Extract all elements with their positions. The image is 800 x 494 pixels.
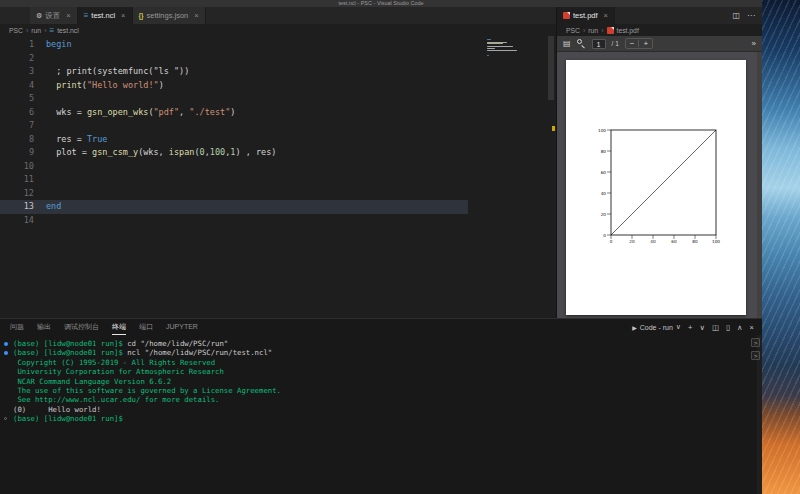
code-text: plot = gsn_csm_y(wks, ispan(0,100,1) , r… xyxy=(46,146,276,160)
command-decoration-icon[interactable] xyxy=(4,351,8,355)
breadcrumb-item[interactable]: PSC xyxy=(9,27,23,34)
toolbar-overflow-button[interactable]: » xyxy=(752,39,756,48)
sidebar-toggle-icon[interactable]: ▤ xyxy=(563,40,571,48)
minimap-line xyxy=(487,50,517,51)
line-number[interactable]: 14 xyxy=(0,214,34,228)
code-editor[interactable]: 1begin23 ; print(systemfunc("ls "))4 pri… xyxy=(0,36,556,318)
command-decoration-icon[interactable] xyxy=(4,342,8,346)
code-line[interactable]: 6 wks = gsn_open_wks("pdf", "./test") xyxy=(0,106,556,120)
code-line[interactable]: 1begin xyxy=(0,38,556,52)
line-number[interactable]: 2 xyxy=(0,52,34,66)
more-actions-icon[interactable]: ⋯ xyxy=(747,11,755,20)
terminal-line: NCAR Command Language Version 6.6.2 xyxy=(13,377,748,386)
split-editor-icon[interactable]: ◫ xyxy=(732,11,740,20)
code-line[interactable]: 4 print("Hello world!") xyxy=(0,79,556,93)
code-line[interactable]: 13end xyxy=(0,200,556,214)
line-number[interactable]: 3 xyxy=(0,65,34,79)
line-number[interactable]: 11 xyxy=(0,173,34,187)
close-icon[interactable]: × xyxy=(604,12,608,19)
desktop-wallpaper xyxy=(762,0,800,494)
json-icon: {} xyxy=(139,12,144,19)
terminal-line: See http://www.ncl.ucar.edu/ for more de… xyxy=(13,395,748,404)
maximize-panel-icon[interactable]: ∧ xyxy=(737,323,743,332)
line-number[interactable]: 8 xyxy=(0,133,34,147)
y-tick-label: 80 xyxy=(601,149,607,154)
run-config-selector[interactable]: ▶ Code - run ∨ xyxy=(632,323,681,331)
tab-test-pdf[interactable]: test.pdf × xyxy=(557,7,615,24)
ncl-file-icon: ≡ xyxy=(84,12,89,19)
tab-test-ncl[interactable]: ≡ test.ncl × xyxy=(78,7,133,24)
panel-tabs: 问题输出调试控制台终端端口JUPYTER xyxy=(0,319,198,335)
pdf-icon xyxy=(607,27,614,34)
breadcrumb-item[interactable]: test.pdf xyxy=(617,27,639,34)
tab-bar-left: ⚙ 设置 × ≡ test.ncl × {} settings.json × xyxy=(0,7,556,24)
chevron-right-icon: › xyxy=(583,27,585,34)
command-decoration-icon[interactable] xyxy=(4,417,7,420)
panel-tab-jupyter[interactable]: JUPYTER xyxy=(166,319,198,335)
x-tick-label: 80 xyxy=(692,239,698,244)
minimap[interactable] xyxy=(487,39,521,58)
panel-tab-problems[interactable]: 问题 xyxy=(10,319,24,335)
code-line[interactable]: 14 xyxy=(0,214,556,228)
tab-label: 设置 xyxy=(45,11,60,21)
terminal-line: University Corporation for Atmospheric R… xyxy=(13,367,748,376)
panel-tab-ports[interactable]: 端口 xyxy=(139,319,153,335)
pdf-viewer[interactable]: 0 20 40 60 80 100 0 20 40 60 80 100 xyxy=(557,52,762,318)
breadcrumb-item[interactable]: test.ncl xyxy=(57,27,79,34)
code-line[interactable]: 2 xyxy=(0,52,556,66)
line-number[interactable]: 5 xyxy=(0,92,34,106)
code-line[interactable]: 11 xyxy=(0,173,556,187)
breadcrumb-item[interactable]: run xyxy=(588,27,598,34)
terminal-line: (0) Hello world! xyxy=(13,405,748,414)
panel-tab-output[interactable]: 输出 xyxy=(37,319,51,335)
screen: test.ncl - PSC - Visual Studio Code ⚙ 设置… xyxy=(0,0,800,494)
line-number[interactable]: 1 xyxy=(0,38,34,52)
zoom-in-button[interactable]: + xyxy=(639,39,652,48)
editor-scrollbar[interactable] xyxy=(546,36,556,318)
tab-settings[interactable]: ⚙ 设置 × xyxy=(30,7,78,24)
editor-group-right: test.pdf × ◫ ⋯ PSC › run › test.pdf ▤ 1 xyxy=(556,7,762,318)
code-line[interactable]: 12 xyxy=(0,187,556,201)
bottom-panel: 问题输出调试控制台终端端口JUPYTER ▶ Code - run ∨ + ∨ … xyxy=(0,318,762,494)
close-panel-icon[interactable]: × xyxy=(750,323,754,332)
page-number-input[interactable]: 1 xyxy=(592,39,606,49)
line-number[interactable]: 4 xyxy=(0,79,34,93)
zoom-controls: − + xyxy=(625,38,653,49)
line-number[interactable]: 10 xyxy=(0,160,34,174)
close-icon[interactable]: × xyxy=(121,12,125,19)
panel-tab-terminal[interactable]: 终端 xyxy=(112,319,126,335)
kill-terminal-icon[interactable]: ▯ xyxy=(726,323,730,332)
terminal[interactable]: (base) [lidw@node01 run]$ cd "/home/lidw… xyxy=(0,335,748,494)
code-text: ; print(systemfunc("ls ")) xyxy=(46,65,189,79)
panel-tab-debug-console[interactable]: 调试控制台 xyxy=(64,319,99,335)
pdf-chart: 0 20 40 60 80 100 0 20 40 60 80 100 xyxy=(566,60,746,315)
breadcrumb-item[interactable]: run xyxy=(31,27,41,34)
scrollbar-thumb[interactable] xyxy=(548,36,554,100)
line-number[interactable]: 9 xyxy=(0,146,34,160)
line-number[interactable]: 6 xyxy=(0,106,34,120)
new-terminal-button[interactable]: + xyxy=(688,323,692,332)
line-number[interactable]: 7 xyxy=(0,119,34,133)
code-line[interactable]: 3 ; print(systemfunc("ls ")) xyxy=(0,65,556,79)
zoom-out-button[interactable]: − xyxy=(626,39,639,48)
panel-header: 问题输出调试控制台终端端口JUPYTER ▶ Code - run ∨ + ∨ … xyxy=(0,319,762,335)
line-number[interactable]: 12 xyxy=(0,187,34,201)
close-icon[interactable]: × xyxy=(194,12,198,19)
terminal-line: Copyright (C) 1995-2019 - All Rights Res… xyxy=(13,358,748,367)
split-terminal-icon[interactable]: ◫ xyxy=(712,323,719,332)
code-line[interactable]: 10 xyxy=(0,160,556,174)
terminal-line: (base) [lidw@node01 run]$ ncl "/home/lid… xyxy=(13,348,748,357)
terminal-dropdown-icon[interactable]: ∨ xyxy=(699,323,705,332)
code-line[interactable]: 5 xyxy=(0,92,556,106)
code-line[interactable]: 8 res = True xyxy=(0,133,556,147)
line-number[interactable]: 13 xyxy=(0,200,34,214)
close-icon[interactable]: × xyxy=(66,12,70,19)
pdf-page: 0 20 40 60 80 100 0 20 40 60 80 100 xyxy=(566,60,746,315)
run-config-label: Code - run xyxy=(640,324,673,331)
code-line[interactable]: 9 plot = gsn_csm_y(wks, ispan(0,100,1) ,… xyxy=(0,146,556,160)
breadcrumb-item[interactable]: PSC xyxy=(566,27,580,34)
code-line[interactable]: 7 xyxy=(0,119,556,133)
tab-settings-json[interactable]: {} settings.json × xyxy=(133,7,206,24)
search-icon[interactable] xyxy=(577,39,586,48)
play-icon: ▶ xyxy=(632,324,637,331)
